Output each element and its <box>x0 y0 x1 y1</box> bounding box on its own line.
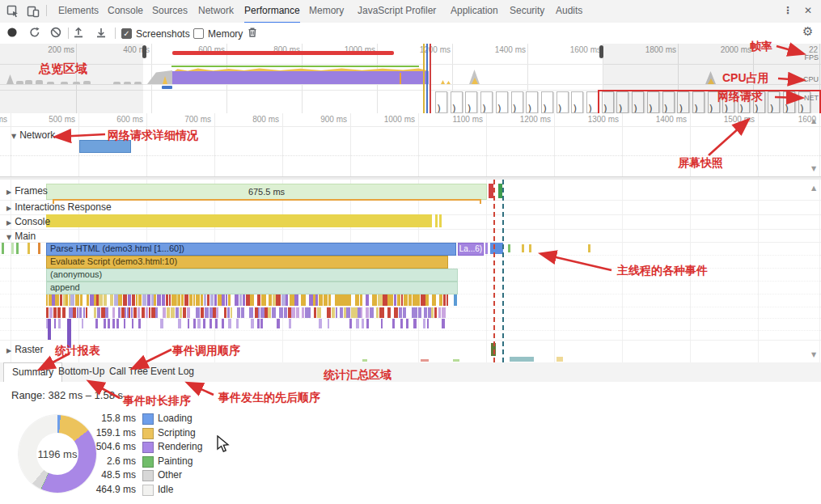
load-profile-icon[interactable] <box>73 27 84 40</box>
overview-ruler-label: 1600 ms <box>570 45 601 54</box>
dom-activity-tick <box>136 294 138 306</box>
network-track-label[interactable]: ▼Network <box>11 129 55 141</box>
device-toolbar-icon[interactable] <box>27 5 40 20</box>
bottom-strip-mark <box>510 357 534 362</box>
layout-activity-tick <box>406 319 408 328</box>
style-activity-tick <box>346 307 350 318</box>
selection-handle-left[interactable] <box>142 45 146 58</box>
tab-elements[interactable]: Elements <box>58 0 99 22</box>
timeline-overview[interactable]: 200 ms400 ms600 ms800 ms1000 ms1200 ms14… <box>0 44 821 114</box>
detail-ruler-label: 700 ms <box>184 115 211 124</box>
style-activity-tick <box>340 307 343 318</box>
kebab-menu-icon[interactable]: ⋮ <box>783 0 793 22</box>
tab-sources[interactable]: Sources <box>152 0 188 22</box>
layout-activity-tick <box>82 319 84 328</box>
screenshot-thumbnail[interactable]: ) <box>496 91 508 113</box>
dom-activity-tick <box>383 294 387 306</box>
screenshots-checkbox[interactable]: ✓ <box>121 28 132 39</box>
save-profile-icon[interactable] <box>95 27 107 40</box>
tab-javascript-profiler[interactable]: JavaScript Profiler <box>358 0 436 22</box>
expand-triangle-icon[interactable]: ▶ <box>6 205 11 212</box>
memory-checkbox-label[interactable]: Memory <box>208 28 243 40</box>
memory-checkbox[interactable] <box>193 28 204 39</box>
style-activity-tick <box>418 307 421 318</box>
style-activity-tick <box>438 307 441 318</box>
tab-application[interactable]: Application <box>451 0 498 22</box>
dom-activity-tick <box>181 294 184 306</box>
dom-activity-tick <box>138 294 142 306</box>
section-label-raster[interactable]: ▶Raster <box>6 344 44 355</box>
screenshot-thumbnail[interactable]: ) <box>541 91 553 113</box>
section-label-interactions[interactable]: ▶Interactions Response <box>6 201 112 213</box>
layout-activity-tick <box>289 319 291 328</box>
screenshots-checkbox-label[interactable]: Screenshots <box>136 28 190 40</box>
details-tab-event-log[interactable]: Event Log <box>142 362 202 381</box>
tab-memory[interactable]: Memory <box>309 0 344 22</box>
detail-ruler-label: 1400 ms <box>656 115 687 124</box>
layout-bar[interactable]: La...6) <box>458 243 484 256</box>
legend-row-loading: 15.8 msLoading <box>81 413 226 426</box>
parse-html-bar[interactable]: Parse HTML (demo3.html [1...60]) <box>46 243 456 256</box>
dom-activity-tick <box>162 294 165 306</box>
collapse-triangle-icon[interactable]: ▼ <box>6 234 11 241</box>
style-activity-tick <box>205 307 209 318</box>
thumbnail-content: ) <box>482 103 486 113</box>
record-button[interactable] <box>6 27 18 40</box>
tab-network[interactable]: Network <box>198 0 234 22</box>
style-activity-tick <box>414 307 417 318</box>
append-bar[interactable]: append <box>46 282 458 294</box>
tab-security[interactable]: Security <box>510 0 544 22</box>
expand-triangle-icon[interactable]: ▶ <box>6 188 11 196</box>
screenshot-thumbnail[interactable]: ) <box>511 91 523 113</box>
section-label-text: Frames <box>15 185 48 197</box>
tab-audits[interactable]: Audits <box>556 0 582 22</box>
legend-row-scripting: 159.1 msScripting <box>81 427 226 441</box>
inspect-element-icon[interactable] <box>6 5 19 20</box>
screenshot-thumbnail[interactable]: ) <box>557 91 569 113</box>
style-activity-tick <box>167 307 170 318</box>
style-activity-tick <box>291 307 295 318</box>
garbage-collect-icon[interactable] <box>247 27 258 40</box>
dom-activity-tick <box>189 294 193 306</box>
section-label-console[interactable]: ▶Console <box>6 216 50 227</box>
section-label-frames[interactable]: ▶Frames <box>6 185 48 197</box>
frames-duration-bar[interactable]: 675.5 ms <box>46 184 487 200</box>
scroll-up-icon[interactable]: ▲ <box>811 117 816 125</box>
legend-color-chip <box>142 456 154 468</box>
screenshot-thumbnail[interactable]: ) <box>526 91 538 113</box>
settings-gear-icon[interactable]: ⚙ <box>802 24 813 39</box>
scroll-down-icon[interactable]: ▼ <box>811 165 816 172</box>
bottom-strip-mark <box>362 359 367 362</box>
screenshot-thumbnail[interactable]: ) <box>480 91 493 113</box>
row-divider <box>0 330 821 331</box>
cpu-peak <box>446 81 451 84</box>
style-activity-tick <box>227 307 230 318</box>
tab-performance[interactable]: Performance <box>244 0 300 23</box>
style-activity-tick <box>237 307 240 318</box>
scroll-down-icon[interactable]: ▼ <box>811 351 816 358</box>
tab-console[interactable]: Console <box>108 0 143 22</box>
screenshot-thumbnail[interactable]: ) <box>571 91 583 113</box>
screenshot-thumbnail[interactable]: ) <box>451 91 463 113</box>
screenshot-thumbnail[interactable]: ) <box>586 91 599 113</box>
dom-activity-tick <box>235 294 239 306</box>
detail-ruler-label: 1000 ms <box>384 115 415 124</box>
annotation-call-order: 事件调用顺序 <box>172 344 240 358</box>
performance-toolbar: ✓ Screenshots Memory ⚙ <box>0 23 821 44</box>
reload-and-record-button[interactable] <box>29 27 40 40</box>
scroll-up-icon[interactable]: ▲ <box>811 184 816 192</box>
expand-triangle-icon[interactable]: ▶ <box>6 219 11 227</box>
clear-recording-icon[interactable] <box>50 27 61 40</box>
screenshot-thumbnail[interactable]: ) <box>465 91 477 113</box>
screenshot-thumbnail[interactable]: ) <box>435 91 447 113</box>
expand-triangle-icon[interactable]: ▶ <box>6 347 11 354</box>
style-activity-tick <box>118 307 120 318</box>
layout-activity-tick <box>413 319 417 328</box>
section-label-main[interactable]: ▼Main <box>6 231 36 242</box>
anonymous-bar[interactable]: (anonymous) <box>46 269 458 282</box>
collapse-triangle-icon[interactable]: ▼ <box>11 133 16 140</box>
dom-activity-tick <box>391 294 393 306</box>
selection-handle-right[interactable] <box>599 45 603 58</box>
evaluate-script-bar[interactable]: Evaluate Script (demo3.html:10) <box>46 256 448 269</box>
close-devtools-icon[interactable]: ✕ <box>804 0 812 22</box>
